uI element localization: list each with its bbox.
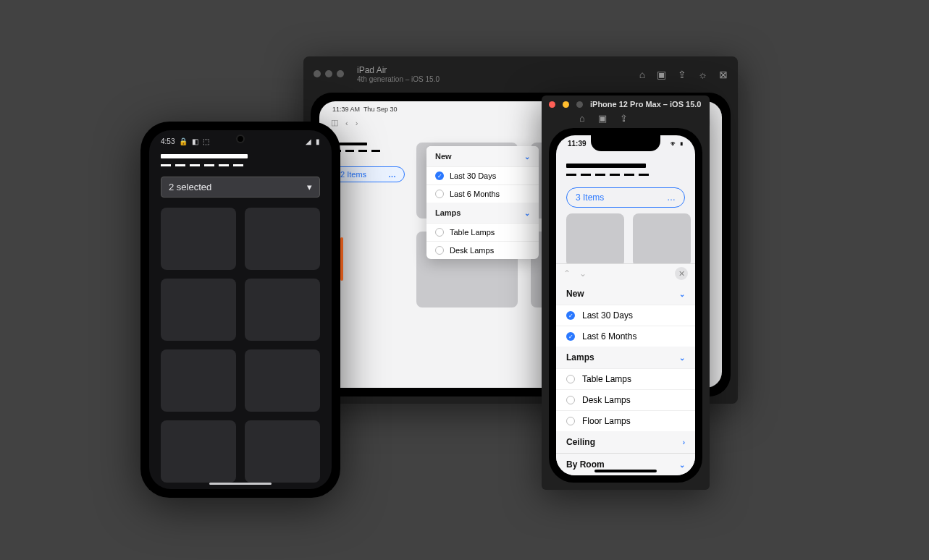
option-label: Table Lamps [450, 228, 495, 237]
iphone-titlebar: iPhone 12 Pro Max – iOS 15.0 [542, 96, 710, 113]
iphone-simulator-window: iPhone 12 Pro Max – iOS 15.0 ⌂ ▣ ⇪ 11:39… [542, 96, 710, 490]
option-label: Last 6 Months [582, 331, 636, 341]
grid-tile[interactable] [566, 213, 624, 267]
grid-tile[interactable] [161, 279, 236, 341]
filter-option[interactable]: Table Lamps [556, 368, 695, 389]
chevron-up-icon[interactable]: ⌃ [563, 268, 571, 279]
radio-empty-icon [435, 246, 444, 255]
back-icon[interactable]: ‹ [345, 119, 348, 127]
traffic-close-icon[interactable] [549, 101, 555, 108]
traffic-min-icon[interactable] [563, 101, 569, 108]
screenshot-icon[interactable]: ▣ [657, 69, 666, 80]
traffic-light-dots[interactable] [314, 69, 348, 80]
ipad-filter-column: 2 Items … [332, 143, 405, 384]
sheet-handle-row: ⌃ ⌄ ✕ [556, 264, 695, 283]
chevron-down-icon[interactable]: ⌄ [579, 268, 587, 279]
iphone-filter-chip[interactable]: 3 Items … [566, 187, 685, 208]
section-title-text: Lamps [566, 352, 594, 362]
square-icon: ◧ [192, 137, 198, 145]
grid-tile[interactable] [245, 208, 320, 270]
iphone-device-frame: 11:39 ᯤ ▮ 3 Items … ⌃ [549, 128, 702, 483]
radio-empty-icon [566, 417, 575, 425]
filter-option[interactable]: Last 6 Months [426, 184, 539, 203]
filter-option[interactable]: Table Lamps [426, 223, 539, 241]
iphone-status-icons: ᯤ ▮ [671, 140, 684, 148]
gesture-bar[interactable] [209, 483, 272, 485]
android-filter-select[interactable]: 2 selected ▾ [161, 177, 320, 198]
ipad-titlebar: iPad Air 4th generation – iOS 15.0 ⌂ ▣ ⇪… [303, 56, 738, 93]
home-icon[interactable]: ⌂ [579, 113, 585, 124]
ipad-title: iPad Air [357, 65, 440, 75]
dropdown-caret-icon: ▾ [307, 182, 312, 192]
grid-tile[interactable] [245, 279, 320, 341]
redacted-title [566, 164, 646, 168]
brightness-icon[interactable]: ☼ [698, 69, 707, 80]
iphone-filter-sheet: ⌃ ⌄ ✕ New ⌄ ✓Last 30 Days ✓Last 6 Months… [556, 263, 695, 475]
filter-option[interactable]: ✓Last 6 Months [556, 326, 695, 347]
option-label: Desk Lamps [582, 395, 631, 405]
home-indicator[interactable] [594, 470, 657, 472]
section-title-text: Lamps [435, 208, 461, 217]
signal-icon: ◢ [306, 137, 311, 145]
iphone-notch [591, 135, 660, 151]
grid-tile[interactable] [245, 349, 320, 412]
android-screen: 4:53 🔒 ◧ ⬚ ◢ ▮ 2 selected ▾ [149, 130, 332, 489]
notif-icon: ⬚ [203, 137, 209, 145]
filter-option[interactable]: ✓ Last 30 Days [426, 166, 539, 184]
power-button[interactable] [340, 237, 343, 281]
chevron-down-icon: ⌄ [679, 461, 685, 469]
radio-selected-icon: ✓ [566, 332, 575, 341]
option-label: Table Lamps [582, 374, 631, 384]
sheet-section-ceiling[interactable]: Ceiling › [556, 431, 695, 453]
android-product-grid [149, 198, 332, 489]
forward-icon[interactable]: › [356, 119, 358, 127]
front-camera [236, 135, 245, 143]
sidebar-toggle-icon[interactable]: ◫ [331, 118, 338, 127]
chevron-down-icon: ⌄ [679, 354, 685, 362]
traffic-max-icon[interactable] [576, 101, 583, 108]
grid-tile[interactable] [161, 420, 236, 483]
ipad-status-date: Thu Sep 30 [363, 106, 398, 113]
radio-empty-icon [566, 396, 575, 404]
ipad-chip-label: 2 Items [340, 170, 366, 179]
filter-option[interactable]: Desk Lamps [556, 389, 695, 410]
filter-option[interactable]: ✓Last 30 Days [556, 305, 695, 326]
ipad-filter-chip[interactable]: 2 Items … [332, 166, 405, 182]
share-icon[interactable]: ⇪ [620, 113, 628, 124]
ipad-chip-menu-icon[interactable]: … [388, 170, 397, 179]
popover-section-lamps[interactable]: Lamps ⌄ [426, 203, 539, 223]
grid-tile[interactable] [161, 208, 236, 270]
chevron-down-icon: ⌄ [524, 209, 530, 217]
ipad-filter-popover: New ⌄ ✓ Last 30 Days Last 6 Months Lamps… [426, 146, 539, 259]
screenshot-icon[interactable]: ▣ [598, 113, 607, 124]
option-label: Last 30 Days [582, 310, 633, 321]
radio-empty-icon [435, 190, 444, 198]
grid-tile[interactable] [161, 349, 236, 412]
iphone-status-time: 11:39 [568, 140, 587, 148]
ipad-subtitle: 4th generation – iOS 15.0 [357, 75, 440, 84]
share-icon[interactable]: ⇪ [678, 69, 686, 80]
radio-empty-icon [435, 228, 444, 237]
filter-option[interactable]: Desk Lamps [426, 241, 539, 259]
sheet-section-new[interactable]: New ⌄ [556, 283, 695, 305]
grid-tile[interactable] [245, 420, 320, 483]
radio-selected-icon: ✓ [566, 311, 575, 320]
sheet-section-lamps[interactable]: Lamps ⌄ [556, 347, 695, 368]
home-icon[interactable]: ⌂ [639, 69, 645, 80]
popover-section-new[interactable]: New ⌄ [426, 146, 539, 166]
iphone-chip-label: 3 Items [576, 192, 604, 203]
close-icon[interactable]: ⊠ [719, 69, 728, 80]
redacted-subtitle [161, 164, 320, 166]
sheet-close-icon[interactable]: ✕ [675, 267, 688, 280]
iphone-chip-menu-icon[interactable]: … [667, 192, 676, 203]
chevron-right-icon: › [683, 438, 685, 446]
iphone-header [556, 148, 695, 180]
option-label: Last 6 Months [450, 190, 500, 198]
filter-option[interactable]: Floor Lamps [556, 410, 695, 431]
radio-empty-icon [566, 375, 575, 383]
grid-tile[interactable] [633, 213, 691, 267]
section-title-text: Ceiling [566, 437, 595, 447]
radio-selected-icon: ✓ [435, 171, 444, 180]
lock-icon: 🔒 [179, 137, 188, 145]
iphone-window-title: iPhone 12 Pro Max – iOS 15.0 [590, 100, 701, 109]
